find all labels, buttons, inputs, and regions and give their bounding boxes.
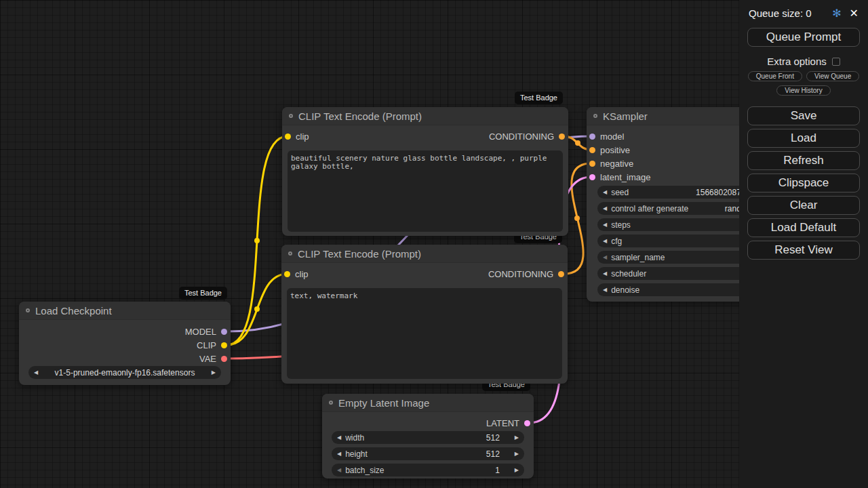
ckpt-name-widget[interactable]: ◀ v1-5-pruned-emaonly-fp16.safetensors ▶: [28, 366, 221, 379]
increment-arrow-icon[interactable]: ▶: [515, 435, 519, 441]
output-slot-conditioning[interactable]: CONDITIONING: [489, 131, 565, 141]
slot-label: positive: [600, 145, 630, 155]
slot-dot-clip[interactable]: [221, 342, 227, 348]
input-slot-clip[interactable]: clip: [284, 269, 309, 279]
node-empty-latent-image[interactable]: Empty Latent Image LATENT ◀ width 512 ▶ …: [322, 394, 534, 479]
output-slot-vae[interactable]: VAE: [199, 354, 227, 363]
decrement-arrow-icon[interactable]: ◀: [603, 239, 607, 244]
decrement-arrow-icon[interactable]: ◀: [337, 451, 341, 457]
collapse-toggle-icon[interactable]: [26, 308, 30, 312]
input-slot-clip[interactable]: clip: [285, 131, 309, 141]
queue-prompt-button[interactable]: Queue Prompt: [747, 28, 860, 47]
node-title-label: CLIP Text Encode (Prompt): [298, 248, 421, 260]
decrement-arrow-icon[interactable]: ◀: [34, 370, 38, 375]
slot-dot-conditioning[interactable]: [558, 271, 564, 277]
slot-label: clip: [295, 269, 309, 279]
slot-label: negative: [600, 159, 633, 169]
refresh-button[interactable]: Refresh: [747, 151, 860, 170]
slot-label: MODEL: [185, 327, 216, 337]
slot-label: CLIP: [197, 340, 216, 350]
settings-icon[interactable]: ✻: [832, 7, 841, 20]
slot-dot-model[interactable]: [221, 329, 227, 335]
collapse-toggle-icon[interactable]: [289, 114, 293, 118]
node-titlebar[interactable]: CLIP Text Encode (Prompt): [281, 245, 568, 263]
increment-arrow-icon[interactable]: ▶: [212, 370, 216, 375]
increment-arrow-icon[interactable]: ▶: [515, 451, 519, 457]
view-history-button[interactable]: View History: [776, 85, 830, 96]
slot-dot-vae[interactable]: [221, 356, 227, 362]
slot-dot-conditioning[interactable]: [559, 134, 565, 140]
slot-label: LATENT: [486, 418, 519, 428]
queue-front-button[interactable]: Queue Front: [748, 71, 802, 81]
decrement-arrow-icon[interactable]: ◀: [603, 190, 607, 195]
slot-dot-conditioning[interactable]: [589, 161, 595, 167]
link-midpoint-dot: [574, 216, 580, 221]
collapse-toggle-icon[interactable]: [593, 114, 597, 118]
batch-size-widget[interactable]: ◀ batch_size 1 ▶: [332, 464, 524, 476]
slot-label: CONDITIONING: [489, 131, 554, 142]
node-title-label: KSampler: [603, 110, 648, 122]
slot-dot-clip[interactable]: [285, 134, 291, 140]
link-midpoint-dot: [254, 238, 260, 243]
slot-label: VAE: [199, 354, 216, 364]
decrement-arrow-icon[interactable]: ◀: [603, 271, 607, 277]
load-default-button[interactable]: Load Default: [747, 218, 860, 237]
output-slot-latent[interactable]: LATENT: [486, 418, 530, 428]
node-badge: Test Badge: [179, 287, 227, 300]
slot-label: clip: [296, 131, 309, 142]
negative-prompt-textarea[interactable]: text, watermark: [287, 288, 562, 379]
decrement-arrow-icon[interactable]: ◀: [337, 468, 341, 473]
node-title-label: Empty Latent Image: [338, 397, 429, 409]
input-slot-model[interactable]: model: [589, 131, 624, 141]
decrement-arrow-icon[interactable]: ◀: [337, 435, 341, 441]
slot-dot-latent[interactable]: [589, 174, 595, 180]
node-title-label: Load Checkpoint: [35, 305, 112, 317]
node-clip-text-encode-positive[interactable]: CLIP Text Encode (Prompt) clip CONDITION…: [282, 107, 568, 236]
slot-label: CONDITIONING: [488, 269, 553, 279]
queue-size-label: Queue size: 0: [749, 7, 812, 19]
width-widget[interactable]: ◀ width 512 ▶: [332, 431, 524, 444]
ckpt-name-value: v1-5-pruned-emaonly-fp16.safetensors: [42, 368, 208, 378]
node-titlebar[interactable]: CLIP Text Encode (Prompt): [282, 107, 568, 125]
link-midpoint-dot: [575, 140, 580, 146]
height-widget[interactable]: ◀ height 512 ▶: [332, 447, 524, 460]
node-titlebar[interactable]: Load Checkpoint: [19, 302, 231, 320]
collapse-toggle-icon[interactable]: [329, 401, 333, 405]
decrement-arrow-icon[interactable]: ◀: [603, 255, 607, 260]
output-slot-conditioning[interactable]: CONDITIONING: [488, 269, 564, 279]
node-titlebar[interactable]: Empty Latent Image: [322, 394, 534, 412]
slot-dot-latent[interactable]: [524, 420, 530, 426]
slot-dot-model[interactable]: [589, 134, 595, 140]
collapse-toggle-icon[interactable]: [288, 251, 292, 256]
decrement-arrow-icon[interactable]: ◀: [603, 206, 607, 211]
node-load-checkpoint[interactable]: Load Checkpoint MODEL CLIP VAE ◀ v1-5-pr…: [19, 302, 231, 385]
positive-prompt-textarea[interactable]: beautiful scenery nature glass bottle la…: [288, 150, 563, 232]
reset-view-button[interactable]: Reset View: [747, 241, 860, 260]
input-slot-negative[interactable]: negative: [589, 159, 633, 168]
load-button[interactable]: Load: [747, 129, 860, 148]
node-title-label: CLIP Text Encode (Prompt): [298, 110, 422, 122]
extra-options-label: Extra options: [767, 56, 827, 67]
decrement-arrow-icon[interactable]: ◀: [603, 222, 607, 228]
decrement-arrow-icon[interactable]: ◀: [603, 287, 607, 293]
clipspace-button[interactable]: Clipspace: [747, 174, 860, 192]
increment-arrow-icon[interactable]: ▶: [515, 468, 519, 473]
input-slot-positive[interactable]: positive: [589, 145, 630, 155]
node-badge: Test Badge: [515, 92, 563, 104]
node-canvas[interactable]: Test Badge Test Badge Test Badge Test Ba…: [0, 0, 868, 488]
slot-dot-clip[interactable]: [284, 271, 290, 277]
output-slot-model[interactable]: MODEL: [185, 327, 227, 336]
save-button[interactable]: Save: [747, 106, 860, 125]
slot-dot-conditioning[interactable]: [589, 147, 595, 153]
view-queue-button[interactable]: View Queue: [806, 71, 859, 81]
slot-label: latent_image: [600, 172, 650, 182]
input-slot-latent-image[interactable]: latent_image: [589, 172, 650, 182]
menu-panel: Queue size: 0 ✻ ✕ Queue Prompt Extra opt…: [739, 0, 868, 488]
close-icon[interactable]: ✕: [850, 7, 859, 20]
clear-button[interactable]: Clear: [747, 196, 860, 215]
link-midpoint-dot: [254, 306, 260, 312]
extra-options-checkbox[interactable]: [832, 58, 840, 66]
node-clip-text-encode-negative[interactable]: CLIP Text Encode (Prompt) clip CONDITION…: [281, 245, 568, 384]
slot-label: model: [600, 131, 624, 142]
output-slot-clip[interactable]: CLIP: [197, 340, 227, 350]
